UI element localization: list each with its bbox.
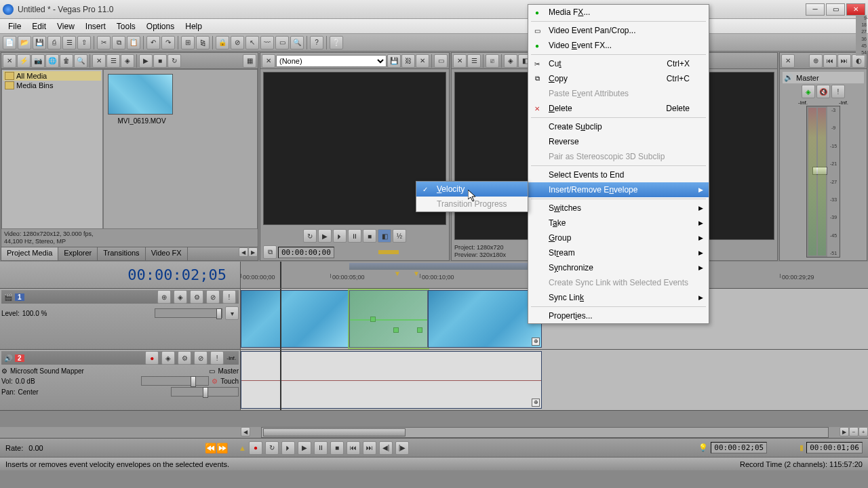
- pm-close-icon[interactable]: ✕: [3, 54, 16, 68]
- video-clip-selected[interactable]: [349, 290, 428, 348]
- fx-play-icon[interactable]: ▶: [318, 229, 332, 243]
- pv-external-icon[interactable]: ⎚: [486, 54, 499, 68]
- ignore-group-button[interactable]: ⊘: [231, 36, 244, 49]
- envelope-button[interactable]: 〰: [260, 36, 274, 49]
- video-clip[interactable]: ▭ ⊕: [428, 290, 542, 348]
- fx-loop-icon[interactable]: ↻: [303, 229, 317, 243]
- tree-all-media[interactable]: All Media: [3, 71, 101, 81]
- pm-play-icon[interactable]: ▶: [139, 54, 153, 68]
- pm-props-icon[interactable]: ☰: [106, 54, 120, 68]
- fx-close-icon[interactable]: ✕: [262, 54, 275, 68]
- zoom-out-icon[interactable]: −: [849, 427, 859, 436]
- what-button[interactable]: ?: [310, 36, 323, 49]
- pan-slider[interactable]: [171, 387, 239, 396]
- upload-button[interactable]: ⇧: [77, 36, 91, 49]
- mx-close-icon[interactable]: ✕: [781, 54, 795, 68]
- help-button[interactable]: ❔: [330, 36, 343, 49]
- undo-button[interactable]: ↶: [146, 36, 160, 49]
- ctx-event-fx[interactable]: ●Video Event FX...: [528, 38, 709, 53]
- audio-clip[interactable]: ⊕: [241, 351, 542, 409]
- track-motion-icon[interactable]: ⊕: [157, 290, 171, 304]
- pm-get-media-icon[interactable]: 🌐: [45, 54, 59, 68]
- pm-capture-icon[interactable]: 📷: [31, 54, 45, 68]
- menu-help[interactable]: Help: [180, 20, 208, 33]
- ctx-group[interactable]: Group▶: [528, 230, 709, 245]
- ctx-subclip[interactable]: Create Subclip: [528, 119, 709, 134]
- mixer-mute-icon[interactable]: 🔇: [816, 85, 830, 98]
- normal-edit-button[interactable]: ↖: [245, 36, 259, 49]
- fx-pause-icon[interactable]: ⏸: [348, 229, 361, 243]
- lock-button[interactable]: 🔒: [216, 36, 229, 49]
- track-solo-icon[interactable]: !: [222, 290, 236, 304]
- pm-stop-icon[interactable]: ■: [153, 54, 167, 68]
- pause-button[interactable]: ⏸: [314, 441, 328, 455]
- fx-remove-icon[interactable]: ✕: [416, 54, 429, 68]
- pm-search-icon[interactable]: 🔍: [74, 54, 87, 68]
- ctx-synchronize[interactable]: Synchronize▶: [528, 260, 709, 275]
- velocity-node[interactable]: [370, 317, 376, 322]
- tab-scroll-left[interactable]: ◀: [239, 247, 248, 257]
- ctx-velocity[interactable]: ✓Velocity: [416, 182, 528, 197]
- fx-preset-select[interactable]: (None): [276, 55, 387, 67]
- fx-split-icon[interactable]: ◧: [378, 229, 391, 243]
- fx-half-icon[interactable]: ½: [393, 229, 406, 243]
- tab-transitions[interactable]: Transitions: [98, 247, 145, 260]
- ctx-insert-remove-envelope[interactable]: Insert/Remove Envelope▶ ✓Velocity Transi…: [528, 182, 709, 197]
- close-button[interactable]: ✕: [846, 3, 865, 16]
- mx-insert-icon[interactable]: ⊕: [809, 54, 823, 68]
- track-auto-icon[interactable]: ⚙: [178, 351, 191, 365]
- media-tree[interactable]: All Media Media Bins: [1, 69, 103, 229]
- velocity-node[interactable]: [393, 327, 399, 333]
- ctx-take[interactable]: Take▶: [528, 216, 709, 230]
- clip-pan-icon[interactable]: ⊕: [532, 338, 540, 346]
- menu-tools[interactable]: Tools: [111, 20, 141, 33]
- fx-chain-icon[interactable]: ⛓: [401, 54, 415, 68]
- ctx-properties[interactable]: Properties...: [528, 308, 709, 323]
- menu-file[interactable]: File: [3, 20, 26, 33]
- pm-autoplay-icon[interactable]: ↻: [167, 54, 181, 68]
- h-scrollbar[interactable]: [261, 427, 829, 438]
- scroll-left-icon[interactable]: ◀: [241, 427, 250, 436]
- menu-edit[interactable]: Edit: [26, 20, 52, 33]
- loop-button[interactable]: ↻: [265, 441, 279, 455]
- pm-remove-icon[interactable]: 🗑: [60, 54, 73, 68]
- track-record-icon[interactable]: ●: [145, 351, 159, 365]
- ctx-delete[interactable]: ✕DeleteDelete: [528, 101, 709, 116]
- track-fx-icon[interactable]: ◈: [161, 351, 175, 365]
- copy-button[interactable]: ⧉: [112, 36, 125, 49]
- level-slider[interactable]: [155, 308, 222, 318]
- pm-import-icon[interactable]: ⚡: [17, 54, 31, 68]
- new-button[interactable]: 📄: [3, 36, 16, 49]
- tab-project-media[interactable]: Project Media: [1, 247, 58, 260]
- pv-fx-icon[interactable]: ◈: [504, 54, 517, 68]
- paste-button[interactable]: 📋: [127, 36, 140, 49]
- tab-scroll-right[interactable]: ▶: [248, 247, 258, 257]
- mx-next-icon[interactable]: ⏭: [837, 54, 851, 68]
- open-button[interactable]: 📂: [18, 36, 31, 49]
- pm-delete-icon[interactable]: ✕: [92, 54, 106, 68]
- scrub-control-icon[interactable]: ⏪⏩: [205, 443, 228, 453]
- next-frame-button[interactable]: |▶: [395, 441, 409, 455]
- playhead[interactable]: [280, 262, 281, 288]
- ctx-media-fx[interactable]: ●Media FX...: [528, 5, 709, 20]
- pv-close-icon[interactable]: ✕: [453, 54, 467, 68]
- record-button[interactable]: ●: [249, 441, 262, 455]
- scroll-right-icon[interactable]: ▶: [840, 427, 849, 436]
- selection-button[interactable]: ▭: [275, 36, 289, 49]
- video-clip[interactable]: [241, 290, 349, 348]
- save-button[interactable]: 💾: [33, 36, 46, 49]
- go-start-button[interactable]: ⏮: [347, 441, 360, 455]
- ctx-stream[interactable]: Stream▶: [528, 245, 709, 260]
- audio-track-body[interactable]: ⊕: [241, 350, 868, 410]
- media-thumb[interactable]: MVI_0619.MOV: [108, 74, 176, 125]
- properties-button[interactable]: ☰: [62, 36, 76, 49]
- velocity-node[interactable]: [417, 327, 422, 333]
- ctx-copy[interactable]: ⧉CopyCtrl+C: [528, 71, 709, 86]
- ctx-reverse[interactable]: Reverse: [528, 134, 709, 149]
- pm-views-icon[interactable]: ▦: [243, 54, 256, 68]
- stop-button[interactable]: ■: [330, 441, 344, 455]
- menu-view[interactable]: View: [52, 20, 80, 33]
- go-end-button[interactable]: ⏭: [363, 441, 376, 455]
- track-fx-icon[interactable]: ◈: [174, 290, 187, 304]
- tab-explorer[interactable]: Explorer: [58, 247, 98, 260]
